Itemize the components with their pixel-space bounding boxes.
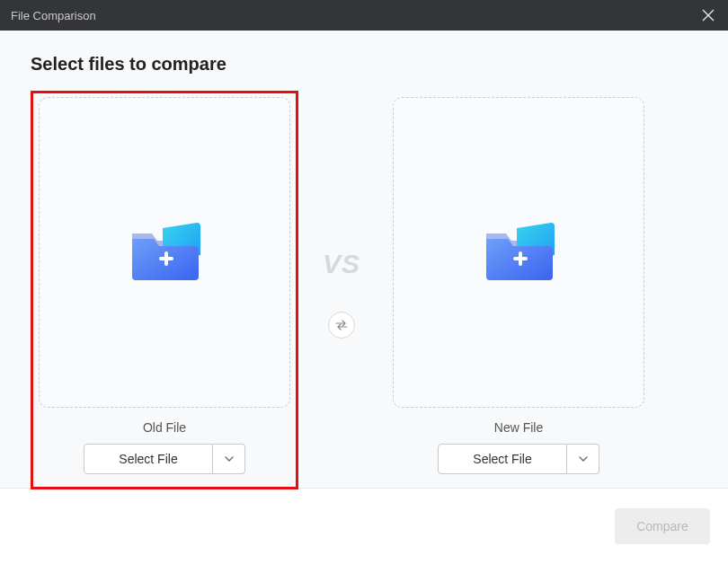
new-file-label: New File bbox=[494, 420, 543, 435]
close-button[interactable] bbox=[699, 6, 717, 24]
chevron-down-icon bbox=[579, 456, 588, 462]
folder-plus-icon bbox=[481, 221, 556, 284]
footer: Compare bbox=[0, 489, 728, 564]
swap-button[interactable] bbox=[328, 312, 355, 339]
old-file-dropzone[interactable] bbox=[39, 97, 290, 408]
old-file-label: Old File bbox=[143, 420, 186, 435]
middle-column: VS bbox=[298, 138, 385, 449]
old-file-select-button[interactable]: Select File bbox=[84, 444, 213, 474]
svg-rect-3 bbox=[164, 251, 168, 266]
titlebar: File Comparison bbox=[0, 0, 728, 31]
vs-label: VS bbox=[323, 249, 360, 279]
new-file-select-row: Select File bbox=[438, 444, 599, 474]
new-file-dropzone[interactable] bbox=[393, 97, 644, 408]
swap-icon bbox=[334, 319, 349, 331]
new-file-panel: New File Select File bbox=[385, 91, 653, 489]
window-title: File Comparison bbox=[11, 9, 96, 22]
close-icon bbox=[702, 9, 715, 22]
chevron-down-icon bbox=[225, 456, 234, 462]
content-area: Select files to compare bbox=[0, 31, 728, 489]
folder-plus-icon bbox=[127, 221, 202, 284]
svg-rect-5 bbox=[519, 251, 522, 266]
old-file-panel: Old File Select File bbox=[31, 91, 298, 489]
compare-button[interactable]: Compare bbox=[615, 508, 710, 544]
old-file-select-row: Select File bbox=[84, 444, 245, 474]
old-file-dropdown-button[interactable] bbox=[213, 444, 245, 474]
compare-row: Old File Select File VS bbox=[31, 91, 697, 489]
page-title: Select files to compare bbox=[31, 54, 697, 75]
new-file-select-button[interactable]: Select File bbox=[438, 444, 567, 474]
new-file-dropdown-button[interactable] bbox=[567, 444, 599, 474]
